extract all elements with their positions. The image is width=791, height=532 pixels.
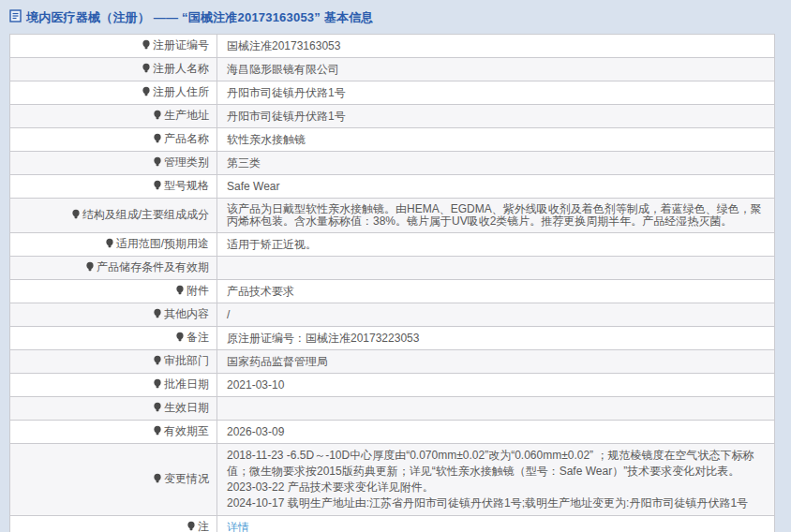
row-value: 详情	[217, 516, 775, 532]
table-row: 注册人名称 海昌隐形眼镜有限公司	[10, 58, 775, 81]
row-value: 2018-11-23 -6.5D～-10D中心厚度由“0.070mm±0.02”…	[217, 444, 775, 516]
bulb-icon	[153, 473, 162, 486]
table-row: 适用范围/预期用途 适用于矫正近视。	[10, 233, 775, 257]
bulb-icon	[71, 209, 81, 222]
row-label: 结构及组成/主要组成成分	[10, 199, 217, 233]
row-value: 国家药品监督管理局	[217, 350, 775, 374]
row-value-text: 国械注准20173163053	[227, 39, 340, 52]
row-label-text: 注册人住所	[153, 85, 209, 98]
bulb-icon	[175, 332, 185, 345]
document-icon	[9, 9, 22, 25]
bulb-icon	[153, 355, 162, 368]
row-value: 国械注准20173163053	[217, 35, 775, 58]
table-row: 产品储存条件及有效期	[10, 257, 775, 280]
bulb-icon	[105, 238, 114, 251]
row-value: 2021-03-10	[217, 374, 775, 397]
row-label-text: 产品名称	[164, 132, 209, 145]
row-label: 备注	[10, 327, 217, 350]
row-value: 丹阳市司徒镇丹伏路1号	[217, 81, 775, 105]
row-label: 管理类别	[10, 152, 217, 175]
row-label-text: 审批部门	[164, 354, 209, 367]
row-label-text: 注	[198, 520, 209, 532]
table-row: 变更情况 2018-11-23 -6.5D～-10D中心厚度由“0.070mm±…	[10, 444, 775, 516]
bulb-icon	[153, 133, 162, 146]
row-value	[217, 397, 775, 421]
table-row: 生产地址 丹阳市司徒镇丹伏路1号	[10, 105, 775, 128]
table-row: 生效日期	[10, 397, 775, 421]
row-label-text: 注册人名称	[153, 62, 209, 75]
row-label: 产品名称	[10, 128, 217, 152]
row-label: 产品储存条件及有效期	[10, 257, 217, 280]
row-value-text: 适用于矫正近视。	[227, 238, 317, 251]
row-label-text: 注册证编号	[153, 38, 209, 52]
row-label-text: 批准日期	[164, 377, 209, 391]
row-label: 附件	[10, 280, 217, 303]
row-value: Safe Wear	[217, 175, 775, 199]
row-label-text: 结构及组成/主要组成成分	[82, 208, 209, 221]
bulb-icon	[153, 156, 162, 170]
table-row: 有效期至 2026-03-09	[10, 421, 775, 444]
registration-info-table: 注册证编号 国械注准20173163053 注册人名称 海昌隐形眼镜有限公司	[9, 34, 775, 532]
row-value-text: 海昌隐形眼镜有限公司	[227, 63, 339, 76]
row-label: 批准日期	[10, 374, 217, 397]
row-value: /	[217, 303, 775, 327]
row-label: 审批部门	[10, 350, 217, 374]
bulb-icon	[85, 261, 95, 274]
row-label: 适用范围/预期用途	[10, 233, 217, 257]
row-value-lines: 2018-11-23 -6.5D～-10D中心厚度由“0.070mm±0.02”…	[227, 448, 765, 511]
row-value-text: 软性亲水接触镜	[227, 133, 306, 146]
row-value-text: 国家药品监督管理局	[227, 355, 328, 368]
row-label-text: 管理类别	[164, 155, 209, 169]
row-value: 产品技术要求	[217, 280, 775, 303]
bulb-icon	[175, 285, 185, 298]
registration-info-page: 境内医疗器械（注册） —— “国械注准20173163053” 基本信息 注册证…	[0, 0, 791, 532]
row-value-text: 原注册证编号：国械注准20173223053	[227, 332, 419, 345]
row-value-text: 第三类	[227, 156, 261, 170]
row-label: 生效日期	[10, 397, 217, 421]
row-value: 原注册证编号：国械注准20173223053	[217, 327, 775, 350]
bulb-icon	[142, 63, 151, 76]
table-row: 附件 产品技术要求	[10, 280, 775, 303]
row-value	[217, 257, 775, 280]
row-label: 注册人名称	[10, 58, 217, 81]
row-label-text: 附件	[187, 284, 209, 297]
row-label-text: 备注	[187, 331, 209, 344]
details-link[interactable]: 详情	[227, 521, 249, 532]
row-label-text: 有效期至	[164, 424, 209, 437]
bulb-icon	[153, 180, 162, 193]
bulb-icon	[142, 39, 151, 52]
row-label-text: 其他内容	[164, 307, 209, 320]
row-value: 丹阳市司徒镇丹伏路1号	[217, 105, 775, 128]
row-value-text: 丹阳市司徒镇丹伏路1号	[227, 110, 346, 123]
row-label-text: 生产地址	[164, 109, 209, 122]
row-label: 注	[10, 516, 217, 532]
table-row: 审批部门 国家药品监督管理局	[10, 350, 775, 374]
bulb-icon	[153, 378, 162, 392]
row-value-text: 2026-03-09	[227, 425, 284, 438]
row-value-text: /	[227, 308, 230, 321]
row-label-text: 产品储存条件及有效期	[97, 260, 209, 273]
table-row: 管理类别 第三类	[10, 152, 775, 175]
row-label-text: 生效日期	[164, 401, 209, 414]
row-label: 型号规格	[10, 175, 217, 199]
row-value-text: 丹阳市司徒镇丹伏路1号	[227, 86, 346, 99]
row-label: 注册证编号	[10, 35, 217, 58]
page-title: 境内医疗器械（注册） —— “国械注准20173163053” 基本信息	[26, 9, 374, 26]
table-row: 结构及组成/主要组成成分 该产品为日戴型软性亲水接触镜。由HEMA、EGDMA、…	[10, 199, 775, 233]
bulb-icon	[153, 308, 162, 321]
row-value-text: 产品技术要求	[227, 285, 294, 298]
row-label-text: 适用范围/预期用途	[116, 237, 209, 250]
row-value: 适用于矫正近视。	[217, 233, 775, 257]
bulb-icon	[153, 402, 162, 415]
bulb-icon	[187, 521, 196, 532]
page-header: 境内医疗器械（注册） —— “国械注准20173163053” 基本信息	[0, 0, 791, 34]
bulb-icon	[153, 110, 162, 123]
row-value: 第三类	[217, 152, 775, 175]
row-label: 生产地址	[10, 105, 217, 128]
table-row: 产品名称 软性亲水接触镜	[10, 128, 775, 152]
row-label: 变更情况	[10, 444, 217, 516]
row-label: 注册人住所	[10, 81, 217, 105]
table-row: 批准日期 2021-03-10	[10, 374, 775, 397]
table-row: 备注 原注册证编号：国械注准20173223053	[10, 327, 775, 350]
bulb-icon	[153, 425, 162, 438]
